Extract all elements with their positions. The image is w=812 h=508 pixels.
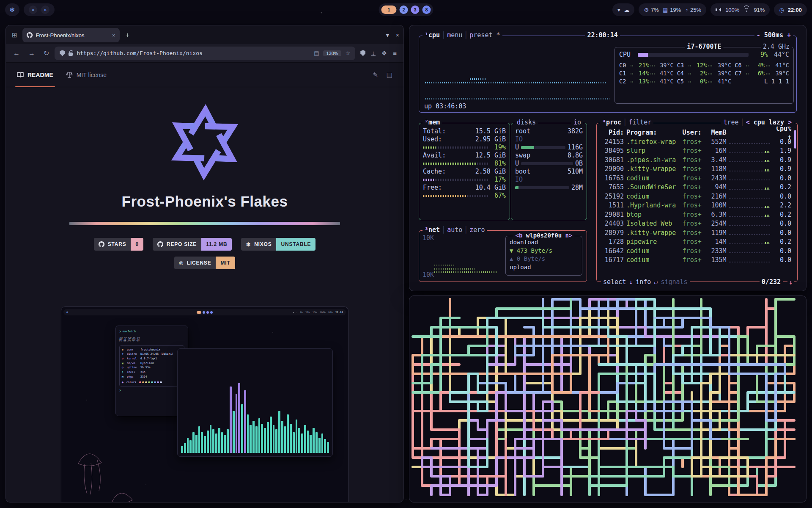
zoom-indicator[interactable]: 130% [323, 50, 341, 56]
process-row[interactable]: 29081btopfros+6.3M0.2 [600, 210, 794, 220]
weather-widget[interactable]: ▾ ☁ [612, 3, 635, 16]
net-zero-toggle[interactable]: zero [469, 226, 485, 234]
disks-title[interactable]: disks [517, 119, 536, 127]
extensions-icon[interactable]: ❖ [381, 50, 387, 57]
uptime-text: up 03:46:03 [424, 102, 466, 110]
outline-list-icon[interactable]: ▤ [387, 71, 392, 79]
process-row[interactable]: 25192codiumfros+216M0.0 [600, 192, 794, 202]
new-tab-button[interactable]: + [123, 31, 132, 39]
media-next-button[interactable]: » [41, 6, 49, 14]
badge-nixos[interactable]: ❄NIXOSUNSTABLE [241, 238, 315, 251]
badge-license[interactable]: ©LICENSEMIT [174, 257, 235, 269]
load-average: L 1 1 1 [735, 77, 789, 86]
process-row[interactable]: 28979.kitty-wrappefros+119M0.0 [600, 229, 794, 238]
mem-row: Free:10.4 GiB [423, 184, 506, 192]
iface-prev-button[interactable]: <b [516, 232, 523, 240]
disks-io-toggle[interactable]: io [573, 119, 581, 127]
edit-pencil-icon[interactable]: ✎ [373, 71, 378, 79]
bookmark-star-icon[interactable]: ☆ [346, 50, 351, 56]
process-row[interactable]: 1728pipewirefros+14M0.2 [600, 237, 794, 247]
scroll-down-icon[interactable]: ↓ [787, 279, 794, 287]
tab-readme[interactable]: README [17, 63, 53, 87]
tab-bar: ⊞ Frost-Phoenix/nixos × + ▾ × [6, 25, 403, 44]
mem-row: Total:15.5 GiB [423, 127, 506, 135]
process-row[interactable]: 30681.pipes.sh-wrafros+3.4M0.9 [600, 156, 794, 165]
process-row[interactable]: 1511.Hyprland-wrafros+100M2.2 [600, 201, 794, 210]
mem-row: Cache:2.58 GiB [423, 168, 506, 176]
network-panel: ³net │auto │zero 10K 10K <b wlp0s20f0u n… [419, 230, 587, 282]
process-row[interactable]: 7655.SoundWireSerfros+94M0.2 [600, 183, 794, 192]
disk-usage-bar: U116G [515, 144, 583, 152]
browser-tab[interactable]: Frost-Phoenix/nixos × [22, 28, 120, 42]
signals-hint[interactable]: signals [661, 278, 687, 286]
badge-stars[interactable]: STARS0 [94, 238, 143, 251]
reader-mode-icon[interactable]: ▤ [314, 50, 319, 56]
process-row[interactable]: 16763codiumfros+243M0.0 [600, 174, 794, 183]
disk-io-label: IO [515, 135, 583, 144]
firefox-view-icon[interactable]: ⊞ [10, 31, 19, 39]
preset-button[interactable]: preset * [469, 31, 500, 39]
cpu-hotkey[interactable]: ¹ [425, 31, 428, 39]
page-title: Frost-Phoenix's Flakes [61, 193, 348, 210]
url-text[interactable]: https://github.com/Frost-Phoenix/nixos [77, 50, 310, 56]
media-prev-button[interactable]: « [29, 6, 37, 14]
tab-close-icon[interactable]: × [112, 32, 115, 39]
mini-workspace-2 [206, 311, 209, 314]
downloads-icon[interactable]: ↓ [371, 50, 376, 56]
mini-fetch-row: ◷uptime5h 53m [122, 365, 182, 370]
cpu-core-grid: C021%39°CC114%41°CC213%41°CC312%39°CC42%… [619, 61, 789, 86]
proc-tree-toggle[interactable]: tree [723, 119, 738, 127]
interval-plus-button[interactable]: + [787, 31, 791, 39]
proc-filter-button[interactable]: filter [628, 119, 651, 127]
process-row[interactable]: 24153.firefox-wrapfros+552M0.0 [600, 138, 794, 147]
mini-workspaces [197, 311, 213, 314]
mini-shell-prompt: ❯ [119, 388, 184, 393]
interval-minus-button[interactable]: - [757, 31, 760, 39]
net-hotkey[interactable]: ³ [425, 226, 428, 234]
proc-hotkey[interactable]: ⁴ [602, 119, 606, 127]
lock-icon[interactable] [69, 52, 73, 56]
mini-fetch-row: ❄distroNixOS 24.05 (Uakari) [122, 352, 182, 356]
back-button[interactable]: ← [10, 49, 23, 58]
mem-hotkey[interactable]: ² [425, 119, 428, 127]
process-row[interactable]: 29090.kitty-wrappefros+118M0.9 [600, 165, 794, 174]
net-download-graph [434, 268, 475, 270]
menu-button[interactable]: menu [447, 31, 462, 39]
process-row[interactable]: 16717codiumfros+135M0.0 [600, 256, 794, 265]
net-scale-bottom: 10K [422, 271, 434, 279]
process-row[interactable]: 24403Isolated Webfros+254M0.0 [600, 219, 794, 229]
sort-next-button[interactable]: > [788, 119, 792, 127]
proc-scrollbar[interactable] [794, 130, 796, 149]
menu-hamburger-icon[interactable]: ≡ [393, 50, 397, 57]
iface-next-button[interactable]: n> [565, 232, 573, 240]
badge-repo-size[interactable]: REPO SIZE11.2 MB [153, 238, 232, 251]
cpu-core-row: C42%39°C [677, 69, 732, 77]
info-hint[interactable]: info [636, 278, 651, 286]
window-close-icon[interactable]: × [396, 32, 399, 39]
workspace-button-2[interactable]: 2 [400, 6, 408, 14]
tracking-shield-icon[interactable] [60, 50, 65, 56]
system-stat-2: ◔25% [685, 7, 701, 13]
forward-button[interactable]: → [25, 49, 38, 58]
privacy-shield-icon[interactable] [360, 50, 365, 56]
tab-title: Frost-Phoenix/nixos [36, 32, 85, 39]
cloud-icon: ☁ [624, 7, 629, 13]
tab-mit-license[interactable]: MIT license [66, 63, 107, 87]
net-auto-toggle[interactable]: auto [447, 226, 462, 234]
select-hint[interactable]: select [603, 278, 626, 286]
process-row[interactable]: 16642codiumfros+233M0.0 [600, 247, 794, 256]
workspace-button-3[interactable]: 3 [411, 6, 420, 14]
workspace-button-1[interactable]: 1 [381, 6, 397, 14]
url-bar[interactable]: https://github.com/Frost-Phoenix/nixos ▤… [55, 47, 355, 60]
process-table: Pid:Program:User:MemBCpu% ↑24153.firefox… [600, 128, 794, 265]
clock-widget[interactable]: ◷ 22:00 [774, 3, 807, 16]
process-row[interactable]: 38495slurpfros+16M1.9 [600, 146, 794, 156]
audio-network-widget: 100% 91% [710, 3, 770, 16]
workspace-button-8[interactable]: 8 [422, 6, 431, 14]
tab-list-chevron-icon[interactable]: ▾ [386, 32, 389, 39]
cpu-total-meter [638, 53, 749, 57]
sort-prev-button[interactable]: < [746, 119, 750, 127]
workspace-switcher: 1238 [379, 3, 433, 16]
reload-button[interactable]: ↻ [41, 48, 52, 58]
nixos-menu-button[interactable]: ❄ [5, 3, 19, 16]
